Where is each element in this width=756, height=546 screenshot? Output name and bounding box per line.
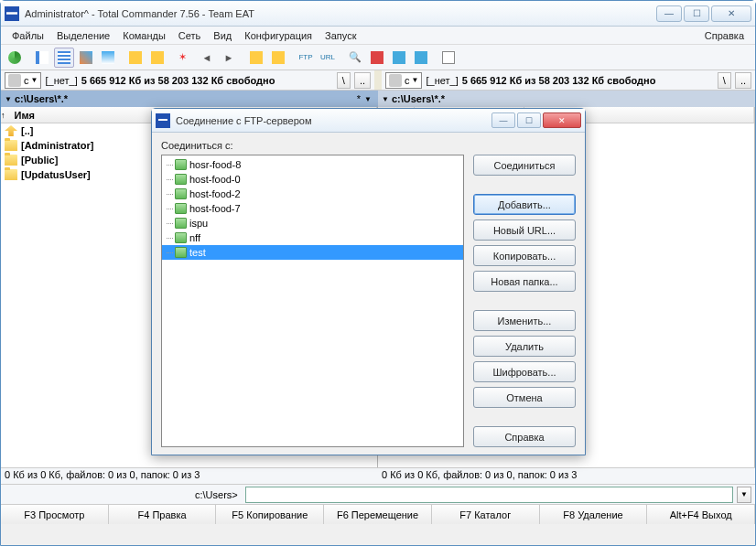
newurl-button[interactable]: Новый URL... [473, 219, 576, 241]
dialog-max-button[interactable]: ☐ [517, 112, 541, 128]
left-drive-label: [_нет_] [45, 75, 77, 86]
right-drive-label: [_нет_] [426, 75, 458, 86]
ftp-item[interactable]: host-food-7 [162, 201, 463, 216]
view-brief-icon[interactable] [32, 48, 52, 68]
multirename-icon[interactable] [367, 48, 387, 68]
ftp-item[interactable]: hosr-food-8 [162, 157, 463, 172]
menu-files[interactable]: Файлы [6, 28, 49, 43]
server-icon [175, 188, 187, 199]
dialog-close-button[interactable]: ✕ [543, 112, 581, 128]
ftp-item[interactable]: host-food-2 [162, 187, 463, 201]
add-button[interactable]: Добавить... [473, 194, 576, 215]
dialog-min-button[interactable]: — [491, 112, 515, 128]
f7-button[interactable]: F7 Каталог [432, 505, 540, 524]
ftp-connection-list[interactable]: hosr-food-8 host-food-0 host-food-2 host… [161, 155, 464, 447]
back-icon[interactable]: ◄ [197, 48, 217, 68]
disk-icon [156, 113, 170, 128]
right-drive-panel: c▼ [_нет_] 5 665 912 Кб из 58 203 132 Кб… [382, 70, 755, 90]
dialog-button-column: Соединиться Добавить... Новый URL... Коп… [473, 155, 576, 447]
forward-icon[interactable]: ► [219, 48, 239, 68]
ftp-item[interactable]: host-food-0 [162, 172, 463, 187]
drive-row: c▼ [_нет_] 5 665 912 Кб из 58 203 132 Кб… [1, 70, 755, 91]
menu-run[interactable]: Запуск [319, 28, 362, 43]
status-row: 0 Кб из 0 Кб, файлов: 0 из 0, папок: 0 и… [1, 467, 755, 484]
dialog-titlebar[interactable]: Соединение с FTP-сервером — ☐ ✕ [152, 109, 585, 133]
left-drive-select[interactable]: c▼ [5, 72, 41, 89]
ftp-dialog: Соединение с FTP-сервером — ☐ ✕ Соединит… [151, 108, 586, 455]
refresh-icon[interactable] [5, 48, 25, 68]
ftp-icon[interactable]: FTP [296, 48, 316, 68]
newfolder-button[interactable]: Новая папка... [473, 271, 576, 292]
command-line: c:\Users> ▼ [1, 484, 755, 504]
left-drive-panel: c▼ [_нет_] 5 665 912 Кб из 58 203 132 Кб… [1, 70, 374, 90]
right-status: 0 Кб из 0 Кб, файлов: 0 из 0, папок: 0 и… [378, 468, 755, 484]
titlebar[interactable]: Administrator^ - Total Commander 7.56 - … [1, 1, 755, 27]
menu-net[interactable]: Сеть [173, 28, 206, 43]
minimize-button[interactable]: — [656, 5, 682, 22]
left-status: 0 Кб из 0 Кб, файлов: 0 из 0, папок: 0 и… [1, 468, 378, 484]
maximize-button[interactable]: ☐ [684, 5, 709, 22]
f5-button[interactable]: F5 Копирование [216, 505, 324, 524]
dialog-label: Соединиться с: [161, 140, 576, 151]
dialog-title: Соединение с FTP-сервером [176, 115, 491, 126]
swap-icon[interactable] [125, 48, 146, 68]
left-path[interactable]: ▼c:\Users\*.**▼ [1, 91, 378, 107]
folder-icon [5, 169, 17, 180]
pack-icon[interactable] [246, 48, 266, 68]
edit-button[interactable]: Изменить... [473, 310, 576, 331]
server-icon [175, 247, 187, 258]
ftp-item[interactable]: nff [162, 230, 463, 245]
right-drive-select[interactable]: c▼ [385, 72, 422, 89]
ftp-item-selected[interactable]: test [162, 245, 463, 260]
server-icon [175, 232, 187, 243]
encrypt-button[interactable]: Шифровать... [473, 361, 576, 382]
f3-button[interactable]: F3 Просмотр [1, 505, 109, 524]
up-icon [5, 125, 17, 136]
cmd-prompt: c:\Users> [191, 489, 242, 500]
tree-icon[interactable] [98, 48, 118, 68]
right-path[interactable]: ▼c:\Users\*.* [378, 91, 755, 107]
star-icon[interactable]: ✶ [175, 48, 195, 68]
sort-arrow-icon: ↑ [1, 111, 5, 120]
menu-view[interactable]: Вид [208, 28, 237, 43]
cmd-history-button[interactable]: ▼ [737, 487, 751, 503]
menu-commands[interactable]: Команды [117, 28, 171, 43]
close-button[interactable]: ✕ [711, 5, 751, 22]
server-icon [175, 203, 187, 214]
unpack-icon[interactable] [268, 48, 288, 68]
f6-button[interactable]: F6 Перемещение [324, 505, 432, 524]
menu-config[interactable]: Конфигурация [239, 28, 318, 43]
notepad-icon[interactable] [438, 48, 459, 68]
ftp-item[interactable]: ispu [162, 216, 463, 230]
help-button[interactable]: Справка [473, 426, 576, 447]
equal-icon[interactable] [147, 48, 167, 68]
url-icon[interactable]: URL [318, 48, 338, 68]
menu-help[interactable]: Справка [699, 28, 750, 43]
left-root-button[interactable]: \ [337, 72, 351, 89]
view-full-icon[interactable] [54, 48, 74, 68]
toolbar: ✶ ◄ ► FTP URL 🔍 [1, 45, 755, 70]
right-drive-space: 5 665 912 Кб из 58 203 132 Кб свободно [462, 75, 656, 86]
search-icon[interactable]: 🔍 [345, 48, 365, 68]
window-title: Administrator^ - Total Commander 7.56 - … [25, 8, 656, 19]
right-up-button[interactable]: .. [735, 72, 751, 89]
delete-button[interactable]: Удалить [473, 336, 576, 357]
altf4-button[interactable]: Alt+F4 Выход [647, 505, 755, 524]
f8-button[interactable]: F8 Удаление [540, 505, 648, 524]
copy-names-icon[interactable] [411, 48, 431, 68]
sync-icon[interactable] [389, 48, 409, 68]
right-root-button[interactable]: \ [718, 72, 731, 89]
server-icon [175, 159, 187, 170]
left-up-button[interactable]: .. [354, 72, 371, 89]
menu-selection[interactable]: Выделение [51, 28, 115, 43]
cancel-button[interactable]: Отмена [473, 387, 576, 408]
f4-button[interactable]: F4 Правка [109, 505, 217, 524]
copy-button[interactable]: Копировать... [473, 245, 576, 266]
left-drive-space: 5 665 912 Кб из 58 203 132 Кб свободно [81, 75, 275, 86]
cmd-input[interactable] [245, 487, 733, 503]
connect-button[interactable]: Соединиться [473, 155, 576, 176]
view-thumb-icon[interactable] [76, 48, 96, 68]
folder-icon [5, 140, 17, 151]
path-row: ▼c:\Users\*.**▼ ▼c:\Users\*.* [1, 91, 755, 107]
app-icon [5, 6, 19, 21]
